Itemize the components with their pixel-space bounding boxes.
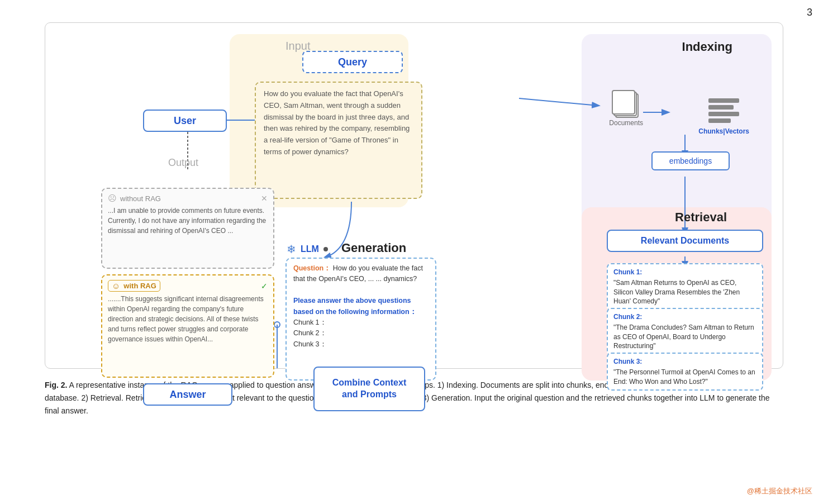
close-icon: ✕ xyxy=(261,194,268,203)
box-without-rag: ☹ without RAG ✕ ...I am unable to provid… xyxy=(101,188,274,269)
query-label: Query xyxy=(338,56,367,68)
box-embeddings: embeddings xyxy=(651,151,730,170)
page-number: 3 xyxy=(807,7,812,18)
check-icon: ✓ xyxy=(261,282,268,291)
chunk-2-text: "The Drama Concludes? Sam Altman to Retu… xyxy=(613,323,756,351)
section-retrieval-label: Retrieval xyxy=(675,210,727,225)
without-rag-label: without RAG xyxy=(120,194,161,203)
box-answer: Answer xyxy=(143,383,232,406)
svg-point-14 xyxy=(274,322,280,327)
cv-line-4 xyxy=(708,118,731,123)
chunk-3-title: Chunk 3: xyxy=(613,357,756,367)
diagram-wrapper: Input Indexing Retrieval xyxy=(45,22,783,369)
llm-chunk2: Chunk 2： xyxy=(293,328,429,339)
main-container: Input Indexing Retrieval xyxy=(45,22,783,417)
relevant-docs-label: Relevant Documents xyxy=(641,236,729,246)
llm-question-label: Question： xyxy=(293,264,331,272)
with-rag-title: ☺ with RAG xyxy=(108,280,160,292)
with-rag-text: .......This suggests significant interna… xyxy=(108,294,268,344)
answer-label: Answer xyxy=(169,389,206,401)
llm-please-answer-section: Please answer the above questions based … xyxy=(293,296,429,317)
frown-icon: ☹ xyxy=(108,193,117,203)
box-chunks-vectors: Chunks|Vectors xyxy=(698,98,749,135)
box-user: User xyxy=(143,110,227,132)
chunk-1-text: "Sam Altman Returns to OpenAI as CEO, Si… xyxy=(613,278,756,306)
chunk-3-text: "The Personnel Turmoil at OpenAI Comes t… xyxy=(613,368,756,387)
without-rag-header: ☹ without RAG ✕ xyxy=(108,193,268,203)
chunks-vectors-label: Chunks|Vectors xyxy=(698,127,749,135)
query-text-box: How do you evaluate the fact that OpenAI… xyxy=(255,82,422,199)
llm-chunk3: Chunk 3： xyxy=(293,339,429,350)
section-indexing-label: Indexing xyxy=(682,40,732,54)
watermark: @稀土掘金技术社区 xyxy=(747,486,812,496)
llm-dot xyxy=(323,247,328,251)
llm-chunk1: Chunk 1： xyxy=(293,317,429,328)
chunks-vectors-icon xyxy=(708,98,739,126)
documents-label: Documents xyxy=(609,119,643,127)
llm-question-section: Question： How do you evaluate the fact t… xyxy=(293,263,429,285)
chunk-box-3: Chunk 3: "The Personnel Turmoil at OpenA… xyxy=(607,353,763,391)
llm-label-row: ❄ LLM xyxy=(287,243,328,256)
llm-please-answer: Please answer the above questions based … xyxy=(293,297,417,315)
generation-label: Generation xyxy=(341,241,406,255)
without-rag-text: ...I am unable to provide comments on fu… xyxy=(108,206,268,236)
chunk-1-title: Chunk 1: xyxy=(613,268,756,277)
documents-icon xyxy=(612,90,641,119)
embeddings-label: embeddings xyxy=(669,156,712,165)
box-relevant-docs: Relevant Documents xyxy=(607,230,763,252)
chunk-box-1: Chunk 1: "Sam Altman Returns to OpenAI a… xyxy=(607,263,763,311)
box-query: Query xyxy=(302,51,403,73)
cv-line-1 xyxy=(708,98,739,103)
chunk-box-2: Chunk 2: "The Drama Concludes? Sam Altma… xyxy=(607,308,763,355)
with-rag-label: with RAG xyxy=(123,282,156,290)
chunk-2-title: Chunk 2: xyxy=(613,312,756,322)
output-label: Output xyxy=(168,157,198,169)
cv-line-3 xyxy=(708,112,739,116)
smile-icon: ☺ xyxy=(112,281,120,291)
box-with-rag: ☺ with RAG ✓ .......This suggests signif… xyxy=(101,274,274,378)
fig-label: Fig. 2. xyxy=(45,381,67,389)
without-rag-title: ☹ without RAG xyxy=(108,193,161,203)
box-documents: Documents xyxy=(609,90,643,127)
llm-label: LLM xyxy=(301,244,319,254)
with-rag-header: ☺ with RAG ✓ xyxy=(108,280,268,292)
combine-label: Combine Contextand Prompts xyxy=(332,377,406,401)
user-label: User xyxy=(174,115,196,127)
box-combine: Combine Contextand Prompts xyxy=(313,367,425,411)
cv-line-2 xyxy=(708,105,734,110)
box-llm-inner: Question： How do you evaluate the fact t… xyxy=(285,258,436,381)
snowflake-icon: ❄ xyxy=(287,243,296,256)
